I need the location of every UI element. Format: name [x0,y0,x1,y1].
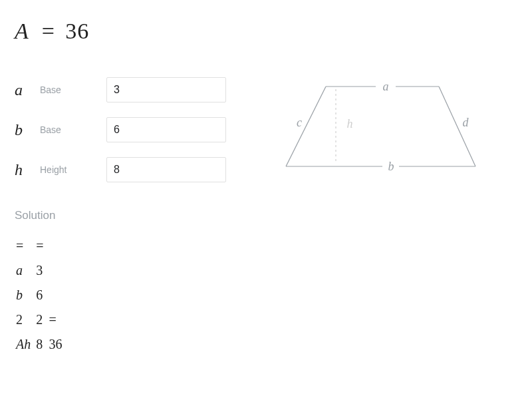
param-a-label: Base [40,85,100,95]
solution-cell: Ah [16,334,35,357]
param-a-input[interactable] [106,77,226,102]
param-h-input[interactable] [106,157,226,182]
solution-cell: = [16,236,35,259]
param-b-input[interactable] [106,117,226,142]
diagram-label-b: b [388,160,394,173]
diagram-label-d: d [463,116,469,129]
solution-cell [49,236,66,259]
solution-heading: Solution [15,209,519,222]
diagram-label-a: a [383,80,389,93]
solution-cell: 2 [16,309,35,333]
param-h-symbol: h [15,161,33,179]
equals-sign: = [42,19,55,43]
svg-line-3 [439,87,475,166]
diagram-label-h: h [347,117,353,130]
solution-cell: 6 [36,285,47,308]
param-b-symbol: b [15,121,33,139]
solution-cell: 3 [36,260,47,284]
solution-row: a 3 [16,260,66,284]
solution-cell: 8 [36,334,47,357]
solution-cell: b [16,285,35,308]
solution-row: Ah 8 36 [16,334,66,357]
parameters-grid: a Base b Base h Height [15,77,226,182]
solution-row: 2 2 = [16,309,66,333]
diagram-label-c: c [297,116,302,129]
solution-row: = = [16,236,66,259]
trapezoid-diagram: a c d b h [266,73,485,180]
solution-steps: = = a 3 b 6 2 2 = Ah 8 36 [15,234,68,359]
solution-row: b 6 [16,285,66,308]
solution-cell [49,285,66,308]
solution-cell [49,260,66,284]
solution-cell: = [36,236,47,259]
solution-cell: a [16,260,35,284]
param-b-label: Base [40,124,100,135]
svg-line-2 [286,87,326,166]
result-equation: A = 36 [15,19,519,44]
solution-cell: 36 [49,334,66,357]
result-symbol: A [15,19,29,43]
result-value: 36 [65,19,89,43]
param-h-label: Height [40,164,100,175]
param-a-symbol: a [15,81,33,99]
solution-cell: 2 [36,309,47,333]
solution-cell: = [49,309,66,333]
